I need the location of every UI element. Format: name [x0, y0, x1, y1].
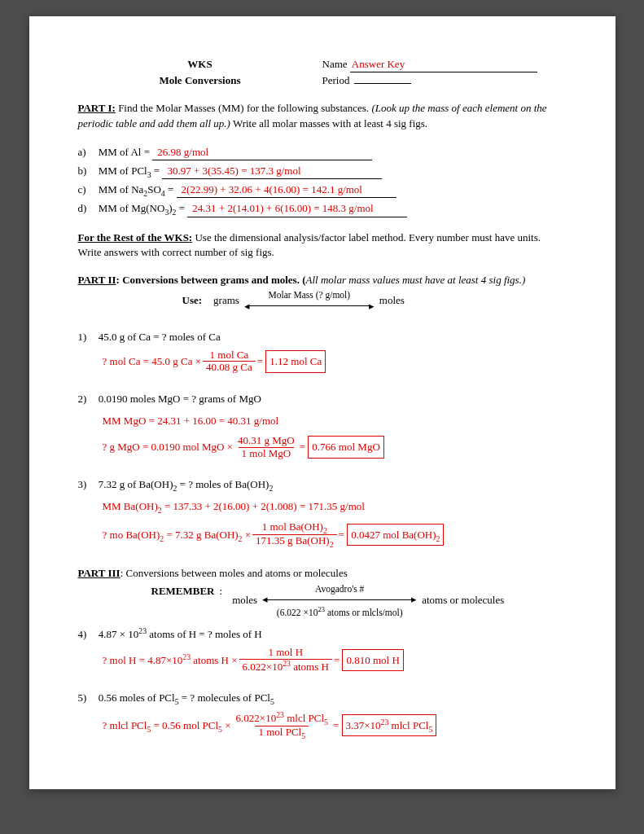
question-5: 5) 0.56 moles of PCl5 = ? molecules of P…	[78, 691, 567, 705]
period-value	[354, 83, 411, 84]
answer-d: 24.31 + 2(14.01) + 6(16.00) = 148.3 g/mo…	[187, 201, 407, 217]
part3-remember-diagram: REMEMBER: moles Avogadro's # (6.022 ×102…	[151, 584, 567, 617]
double-arrow-icon	[262, 594, 417, 605]
part2-heading-line: PART II: Conversions between grams and m…	[78, 273, 567, 288]
part2-use-diagram: Use: grams Molar Mass (? g/mol) moles	[182, 290, 567, 312]
name-value: Answer Key	[350, 57, 537, 72]
answer-a: 26.98 g/mol	[152, 145, 372, 160]
answer-b: 30.97 + 3(35.45) = 137.3 g/mol	[162, 164, 382, 179]
question-3-work: ? mo Ba(OH)2 = 7.32 g Ba(OH)2 × 1 mol Ba…	[103, 521, 567, 549]
period-field: Period	[322, 73, 567, 88]
period-label: Period	[322, 74, 350, 86]
answer-c: 2(22.99) + 32.06 + 4(16.00) = 142.1 g/mo…	[177, 182, 396, 198]
boxed-answer: 0.810 mol H	[342, 649, 403, 671]
boxed-answer: 0.0427 mol Ba(OH)2	[347, 524, 444, 546]
part1-item-b: b) MM of PCl3 = 30.97 + 3(35.45) = 137.3…	[78, 164, 567, 179]
part1-item-a: a) MM of Al = 26.98 g/mol	[78, 145, 567, 160]
question-3-mm: MM Ba(OH)2 = 137.33 + 2(16.00) + 2(1.008…	[103, 497, 567, 516]
fraction: 1 mol Ca 40.08 g Ca	[203, 349, 256, 374]
fraction: 1 mol H 6.022×1023 atoms H	[239, 647, 332, 673]
worksheet-title: Mole Conversions	[78, 73, 322, 88]
worksheet-page: WKS Name Answer Key Mole Conversions Per…	[29, 16, 616, 789]
wks-label: WKS	[78, 57, 322, 72]
name-label: Name	[322, 58, 348, 70]
question-3: 3) 7.32 g of Ba(OH)2 = ? moles of Ba(OH)…	[78, 477, 567, 492]
rest-text: For the Rest of the WKS: Use the dimensi…	[78, 230, 567, 260]
fraction: 6.022×1023 mlcl PCl5 1 mol PCl5	[233, 711, 331, 740]
part1-intro: PART I: Find the Molar Masses (MM) for t…	[78, 101, 567, 130]
question-2-work: ? g MgO = 0.0190 mol MgO × 40.31 g MgO 1…	[103, 435, 567, 459]
header-row-1: WKS Name Answer Key	[78, 57, 567, 72]
question-4-work: ? mol H = 4.87×1023 atoms H × 1 mol H 6.…	[103, 647, 567, 673]
part1-heading: PART I:	[78, 102, 116, 114]
part1-item-c: c) MM of Na2SO4 = 2(22.99) + 32.06 + 4(1…	[78, 182, 567, 198]
boxed-answer: 1.12 mol Ca	[265, 350, 326, 372]
name-field: Name Answer Key	[322, 57, 567, 72]
part3-heading-line: PART III: Conversions between moles and …	[78, 566, 567, 581]
part1-item-d: d) MM of Mg(NO3)2 = 24.31 + 2(14.01) + 6…	[78, 201, 567, 217]
question-1: 1) 45.0 g of Ca = ? moles of Ca	[78, 330, 567, 345]
question-4: 4) 4.87 × 1023 atoms of H = ? moles of H	[78, 627, 567, 643]
conversion-diagram-grams-moles: grams Molar Mass (? g/mol) moles	[213, 290, 405, 312]
question-5-work: ? mlcl PCl5 = 0.56 mol PCl5 × 6.022×1023…	[103, 711, 567, 740]
double-arrow-icon	[244, 301, 375, 312]
fraction: 1 mol Ba(OH)2 171.35 g Ba(OH)2	[252, 521, 337, 549]
question-1-work: ? mol Ca = 45.0 g Ca × 1 mol Ca 40.08 g …	[103, 349, 567, 374]
boxed-answer: 0.766 mol MgO	[308, 436, 383, 458]
question-2: 2) 0.0190 moles MgO = ? grams of MgO	[78, 392, 567, 406]
fraction: 40.31 g MgO 1 mol MgO	[234, 435, 298, 459]
conversion-diagram-moles-atoms: moles Avogadro's # (6.022 ×1023 atoms or…	[232, 584, 504, 617]
header-row-2: Mole Conversions Period	[78, 73, 567, 88]
question-2-mm: MM MgO = 24.31 + 16.00 = 40.31 g/mol	[103, 411, 567, 430]
boxed-answer: 3.37×1023 mlcl PCl5	[342, 714, 437, 736]
